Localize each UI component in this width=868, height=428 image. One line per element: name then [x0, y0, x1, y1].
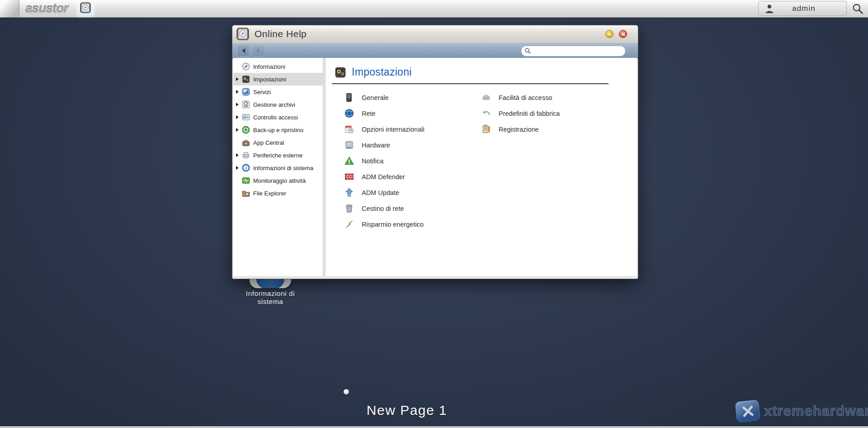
- sidebar-item-periferiche-esterne[interactable]: Periferiche esterne: [233, 149, 323, 162]
- services-icon: [242, 88, 250, 96]
- window-help-book-icon: [236, 27, 250, 41]
- external-devices-icon: [242, 151, 250, 159]
- warning-triangle-icon: [344, 156, 354, 166]
- settings-link-label: Notifica: [362, 157, 383, 165]
- gears-icon: [242, 75, 250, 83]
- up-arrow-icon: [344, 188, 354, 197]
- settings-link-label: Facilità di accesso: [499, 94, 552, 101]
- settings-link-opzioni-internazionali[interactable]: Opzioni internazionali: [344, 121, 425, 137]
- settings-link-facilita-di-accesso[interactable]: Facilità di accesso: [481, 90, 560, 105]
- settings-link-predefiniti-di-fabbrica[interactable]: Predefiniti di fabbrica: [481, 105, 560, 121]
- settings-link-adm-defender[interactable]: ADM Defender: [344, 169, 425, 185]
- sidebar-item-informazioni-di-sistema[interactable]: iInformazioni di sistema: [233, 162, 323, 174]
- expand-arrow-icon[interactable]: [236, 77, 242, 81]
- user-menu-button[interactable]: admin: [758, 1, 847, 16]
- settings-link-label: Registrazione: [499, 126, 539, 133]
- logged-in-username: admin: [775, 4, 833, 13]
- minimize-button[interactable]: [605, 30, 613, 38]
- sidebar-item-servizi[interactable]: Servizi: [233, 86, 323, 98]
- settings-link-risparmio-energetico[interactable]: Risparmio energetico: [344, 216, 425, 232]
- sidebar-item-label: Monitoraggio attività: [253, 177, 306, 184]
- sidebar-item-label: Periferiche esterne: [253, 152, 302, 159]
- settings-link-generale[interactable]: Generale: [344, 90, 425, 105]
- settings-link-hardware[interactable]: Hardware: [344, 137, 425, 153]
- asustor-logo: asustor: [25, 0, 68, 17]
- sidebar-item-label: App Central: [253, 139, 284, 146]
- activity-monitor-icon: [242, 176, 250, 185]
- settings-link-label: Risparmio energetico: [362, 221, 424, 228]
- help-search-input[interactable]: [531, 47, 625, 55]
- expand-arrow-icon[interactable]: [236, 153, 242, 157]
- file-explorer-icon: [242, 189, 250, 197]
- help-search-box[interactable]: [521, 45, 626, 57]
- sidebar-item-gestione-archivi[interactable]: Gestione archivi: [233, 98, 323, 111]
- lightning-icon: [344, 219, 354, 229]
- close-button[interactable]: [619, 30, 627, 38]
- settings-links-column-1: GeneraleReteOpzioni internazionaliHardwa…: [344, 90, 425, 232]
- wallpaper-page-title: New Page 1: [316, 403, 497, 418]
- settings-link-label: Cestino di rete: [362, 205, 404, 212]
- back-button[interactable]: [237, 45, 250, 57]
- forward-button[interactable]: [252, 45, 264, 57]
- header-rule: [332, 83, 609, 84]
- backup-restore-icon: [242, 126, 250, 134]
- trash-icon: [344, 204, 354, 213]
- settings-link-label: Predefiniti di fabbrica: [499, 110, 560, 117]
- app-central-icon: [242, 138, 250, 147]
- desktop-icon-label: Informazioni di sistema: [239, 290, 302, 306]
- access-ease-icon: [481, 93, 491, 102]
- search-icon: [524, 48, 531, 54]
- sidebar-item-label: Controllo accessi: [253, 114, 298, 121]
- sidebar-item-label: Gestione archivi: [253, 101, 295, 108]
- top-taskbar: asustor admin: [0, 0, 868, 18]
- sidebar-item-controllo-accessi[interactable]: Controllo accessi: [233, 111, 323, 124]
- watermark-text: xtremehardware.it: [764, 403, 868, 419]
- server-icon: [344, 93, 354, 102]
- show-desktop-button[interactable]: [0, 0, 19, 17]
- clipboard-icon: [481, 124, 491, 134]
- calendar-clock-icon: [344, 124, 354, 134]
- taskbar-item-online-help[interactable]: [77, 1, 94, 16]
- settings-link-rete[interactable]: Rete: [344, 105, 425, 121]
- firewall-icon: [344, 172, 354, 181]
- sidebar-item-app-central[interactable]: App Central: [233, 136, 323, 149]
- settings-link-label: Hardware: [362, 142, 390, 149]
- settings-link-adm-update[interactable]: ADM Update: [344, 185, 425, 200]
- expand-arrow-icon[interactable]: [236, 128, 242, 132]
- storage-manager-icon: [242, 100, 250, 109]
- sidebar-item-monitoraggio-attivita[interactable]: Monitoraggio attività: [233, 174, 323, 187]
- help-content-pane: Impostazioni GeneraleReteOpzioni interna…: [326, 58, 637, 276]
- window-body: InformazioniImpostazioniServiziGestione …: [233, 58, 637, 276]
- compass-icon: [242, 62, 250, 71]
- sidebar-item-impostazioni[interactable]: Impostazioni: [233, 73, 323, 86]
- svg-text:i: i: [245, 166, 247, 171]
- expand-arrow-icon[interactable]: [236, 103, 242, 106]
- bottom-edge-strip: [0, 426, 868, 428]
- globe-icon: [344, 109, 354, 118]
- sidebar-item-back-up-e-ripristino[interactable]: Back-up e ripristino: [233, 124, 323, 136]
- sidebar-item-label: Back-up e ripristino: [253, 127, 303, 133]
- expand-arrow-icon[interactable]: [236, 166, 242, 170]
- settings-link-label: Generale: [362, 94, 389, 101]
- global-search-icon[interactable]: [852, 3, 863, 14]
- help-toolbar: [232, 43, 638, 59]
- access-control-icon: [242, 113, 250, 121]
- online-help-window: Online Help InformazioniImpostazioniServ…: [232, 25, 638, 279]
- online-help-book-icon: [80, 2, 91, 15]
- expand-arrow-icon[interactable]: [236, 115, 242, 119]
- watermark: xtremehardware.it: [736, 401, 868, 422]
- undo-arrow-icon: [481, 109, 491, 118]
- sidebar-item-label: Impostazioni: [253, 76, 286, 83]
- system-info-icon: i: [242, 164, 250, 172]
- expand-arrow-icon[interactable]: [236, 90, 242, 94]
- xtremehardware-logo-icon: [735, 399, 761, 423]
- sidebar-item-file-explorer[interactable]: File Explorer: [233, 187, 323, 200]
- settings-link-registrazione[interactable]: Registrazione: [481, 121, 560, 137]
- sidebar-item-label: Servizi: [253, 89, 271, 95]
- settings-link-notifica[interactable]: Notifica: [344, 153, 425, 169]
- window-titlebar[interactable]: Online Help: [232, 25, 638, 43]
- settings-link-label: Rete: [362, 110, 376, 117]
- help-topics-sidebar: InformazioniImpostazioniServiziGestione …: [233, 58, 323, 276]
- sidebar-item-informazioni[interactable]: Informazioni: [233, 60, 323, 73]
- settings-link-cestino-di-rete[interactable]: Cestino di rete: [344, 200, 425, 216]
